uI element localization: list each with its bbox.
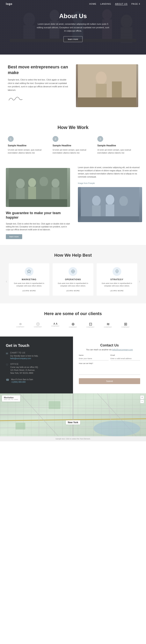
client-3-label: COMPANY — [51, 326, 60, 327]
get-in-touch-heading: Get in Touch — [6, 343, 67, 348]
marketing-learn-more-button[interactable]: LEARN MORE — [22, 290, 36, 292]
get-in-touch-panel: Get in Touch ✉ CHART TO US Our friendly … — [0, 336, 73, 394]
message-textarea[interactable] — [79, 365, 140, 375]
contact-form: Name Email How can we help? Submit — [79, 354, 140, 384]
client-3-icon: ∧∧ — [53, 322, 58, 326]
how-we-work-heading: How We Work — [8, 125, 138, 130]
strategy-text: Duis aute irure dolor in reprehenderit i… — [100, 282, 134, 288]
best-move-section: Best move entrepreneurs can make Sample … — [0, 54, 146, 117]
step-3-text: Ut enim ad minim veniam, quis nostrud ex… — [97, 148, 138, 154]
nav-links: HOME LANDING ABOUT US PAGE 4 — [89, 3, 140, 5]
svg-point-36 — [71, 270, 75, 273]
hero-learn-more-button[interactable]: learn more — [63, 36, 83, 42]
svg-point-19 — [16, 179, 25, 188]
svg-rect-27 — [9, 199, 67, 207]
nav-home[interactable]: HOME — [89, 3, 96, 5]
marketing-title: MARKETING — [22, 278, 37, 280]
svg-point-21 — [28, 178, 36, 187]
operations-text: Duis aute irure dolor in reprehenderit i… — [56, 282, 90, 288]
contact-email-link[interactable]: hello@ourcompany.com — [112, 348, 133, 351]
marketing-icon — [25, 267, 33, 276]
client-logos-container: ○ COMPANY □ COMPANY ∧∧ COMPANY ⊕ COMPANY… — [6, 321, 140, 329]
chat-email[interactable]: hello@ourcompany.com — [10, 357, 38, 360]
step-3-number: 3 — [97, 136, 103, 142]
strategy-learn-more-button[interactable]: LEARN MORE — [110, 290, 124, 292]
left-arrow-icon[interactable]: ‹ — [6, 275, 7, 284]
map-city-label: New York — [66, 420, 80, 424]
team-happier-section: We guarantee to make your team happier S… — [0, 162, 146, 245]
chat-detail: Our friendly team is here to help. — [10, 354, 38, 357]
client-1-label: COMPANY — [16, 326, 24, 328]
client-logo-6: ≋ COMPANY — [100, 321, 116, 329]
phone-number[interactable]: +1(555) 000-000 — [11, 381, 33, 383]
client-4-icon: ⊕ — [71, 322, 75, 326]
right-arrow-icon[interactable]: › — [139, 275, 140, 284]
best-move-text: Sample text, Click to select the text bo… — [8, 78, 70, 92]
map-section: New York + − Manhattan New York, NY 1000… — [0, 394, 146, 436]
signature — [8, 96, 70, 104]
map-zoom-in-button[interactable]: + — [140, 395, 144, 399]
step-2-number: 2 — [53, 136, 58, 142]
client-logo-5: ⊡ COMPANY — [83, 321, 98, 329]
learn-more-button[interactable]: learn more — [6, 234, 22, 239]
phone-hours: Mon-Fri from 8am to 5am — [11, 378, 33, 381]
name-input[interactable] — [79, 357, 109, 360]
team-happier-text: Sample text, Click to select the text bo… — [6, 222, 70, 231]
svg-point-53 — [93, 421, 140, 436]
step-1: 1 Sample Headline Ut enim ad minim venia… — [8, 136, 49, 154]
svg-point-13 — [96, 72, 107, 84]
nav-about[interactable]: ABOUT US — [115, 3, 128, 5]
operations-icon — [69, 267, 77, 276]
nav-landing[interactable]: LANDING — [100, 3, 111, 5]
message-label: How can we help? — [79, 362, 140, 364]
team-left-image — [6, 168, 70, 207]
contact-form-subtitle: You can reach us anytime via hello@ourco… — [79, 348, 140, 351]
nav-logo: logo — [6, 2, 12, 6]
team-left-column: We guarantee to make your team happier S… — [0, 162, 76, 245]
svg-point-29 — [92, 196, 101, 206]
client-logo-4: ⊕ COMPANY — [65, 321, 81, 329]
contact-office-item: ♡ OFFICE Come say hello at our office HQ… — [6, 363, 67, 374]
submit-button[interactable]: Submit — [79, 378, 140, 384]
navigation: logo HOME LANDING ABOUT US PAGE 4 — [0, 0, 146, 8]
svg-point-23 — [39, 177, 48, 186]
email-input[interactable] — [111, 357, 140, 360]
phone-icon: ☎ — [6, 378, 9, 383]
step-3-headline: Sample Headline — [97, 144, 138, 147]
nav-page4[interactable]: PAGE 4 — [131, 3, 140, 5]
client-1-icon: ○ — [19, 322, 22, 326]
client-5-label: COMPANY — [86, 326, 95, 328]
contact-chat-item: ✉ CHART TO US Our friendly team is here … — [6, 352, 67, 360]
help-card-marketing: MARKETING Duis aute irure dolor in repre… — [9, 263, 50, 296]
name-label: Name — [79, 354, 109, 356]
contact-section: Get in Touch ✉ CHART TO US Our friendly … — [0, 336, 146, 394]
map-zoom-out-button[interactable]: − — [140, 400, 144, 403]
team-happier-heading: We guarantee to make your team happier — [6, 211, 70, 220]
client-6-icon: ≋ — [107, 322, 110, 326]
help-card-operations: OPERATIONS Duis aute irure dolor in repr… — [53, 263, 93, 296]
best-move-image-container — [76, 64, 138, 107]
help-cards-container: MARKETING Duis aute irure dolor in repre… — [9, 263, 138, 296]
strategy-icon — [113, 267, 121, 276]
image-credit[interactable]: Image from Freepik — [78, 182, 95, 184]
hero-section: About Us Lorem ipsum dolor sit amet, con… — [0, 0, 146, 54]
map-info-card: Manhattan New York, NY 10001 — [2, 395, 20, 402]
client-logo-2: □ COMPANY — [30, 321, 46, 329]
email-field: Email — [111, 354, 140, 360]
team-right-column: Lorem ipsum dolor sit amet, consectetur … — [76, 162, 146, 245]
client-logo-1: ○ COMPANY — [13, 321, 28, 329]
clients-section: Here are some of our clients ○ COMPANY □… — [0, 304, 146, 336]
client-logo-7: ⊞ COMPANY — [118, 321, 133, 329]
name-field: Name — [79, 354, 109, 360]
svg-rect-17 — [78, 98, 136, 107]
svg-rect-55 — [15, 423, 25, 430]
step-1-headline: Sample Headline — [8, 144, 49, 147]
help-card-strategy: STRATEGY Duis aute irure dolor in repreh… — [97, 263, 138, 296]
operations-learn-more-button[interactable]: LEARN MORE — [66, 290, 80, 292]
marketing-text: Duis aute irure dolor in reprehenderit i… — [12, 282, 46, 288]
map-roads-svg — [0, 394, 146, 436]
footer-bar: Sample text. Click to select the Text El… — [0, 436, 146, 441]
office-icon: ♡ — [6, 363, 8, 374]
hero-content: About Us Lorem ipsum dolor sit amet, con… — [32, 8, 114, 46]
operations-title: OPERATIONS — [65, 278, 81, 280]
